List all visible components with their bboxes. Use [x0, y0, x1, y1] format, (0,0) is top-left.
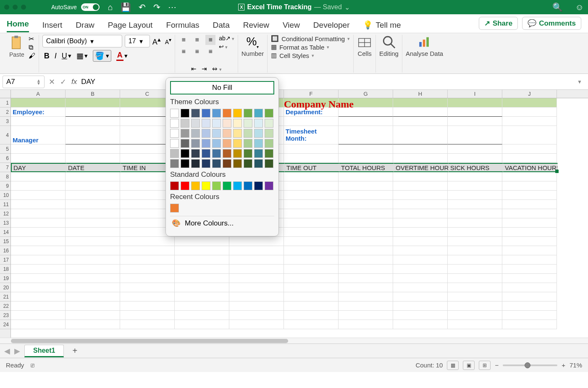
cell[interactable]: [284, 117, 339, 126]
cell[interactable]: [393, 191, 448, 200]
color-swatch[interactable]: [244, 119, 252, 128]
row-header[interactable]: 23: [0, 311, 10, 320]
row-header[interactable]: 11: [0, 200, 10, 209]
cell[interactable]: OVERTIME HOURS: [394, 163, 449, 172]
cell[interactable]: [175, 311, 229, 320]
cell[interactable]: [339, 191, 393, 200]
color-swatch[interactable]: [223, 119, 231, 128]
color-swatch[interactable]: [244, 129, 252, 138]
align-top-icon[interactable]: ≡: [178, 35, 189, 45]
cell[interactable]: [339, 320, 393, 329]
color-swatch[interactable]: [233, 181, 242, 190]
cell[interactable]: [448, 274, 502, 283]
cell[interactable]: [11, 209, 66, 218]
cell[interactable]: [284, 154, 339, 163]
normal-view-icon[interactable]: ▦: [447, 361, 459, 370]
cut-icon[interactable]: ✂: [29, 35, 35, 43]
color-swatch[interactable]: [244, 139, 252, 148]
cell[interactable]: [11, 144, 66, 154]
cell[interactable]: [339, 209, 393, 218]
color-swatch[interactable]: [202, 139, 210, 148]
no-fill-button[interactable]: No Fill: [170, 81, 274, 94]
row-header[interactable]: 7: [0, 163, 10, 172]
color-swatch[interactable]: [223, 109, 231, 118]
color-swatch[interactable]: [265, 139, 273, 148]
cell[interactable]: [229, 320, 284, 329]
accessibility-icon[interactable]: ⎚: [31, 362, 34, 369]
cell[interactable]: [393, 209, 448, 218]
cell[interactable]: [339, 117, 393, 126]
cell[interactable]: [175, 283, 229, 292]
color-swatch[interactable]: [223, 149, 231, 158]
cell[interactable]: [502, 265, 557, 274]
cell[interactable]: [11, 301, 66, 311]
cell[interactable]: [339, 126, 393, 144]
row-header[interactable]: 4: [0, 126, 10, 144]
cell[interactable]: [502, 209, 557, 218]
cell[interactable]: [393, 320, 448, 329]
color-swatch[interactable]: [170, 204, 179, 212]
bold-button[interactable]: B: [44, 52, 50, 60]
cell[interactable]: [339, 154, 393, 163]
color-swatch[interactable]: [170, 119, 179, 128]
align-middle-icon[interactable]: ≡: [192, 35, 202, 45]
color-swatch[interactable]: [254, 109, 263, 118]
font-color-button[interactable]: A▾: [116, 51, 128, 61]
cell[interactable]: Manager: [11, 126, 66, 144]
prev-sheet-icon[interactable]: ◀: [4, 346, 10, 356]
cell[interactable]: [339, 265, 393, 274]
cell[interactable]: [66, 283, 120, 292]
cell[interactable]: [339, 200, 393, 209]
cell[interactable]: [502, 255, 557, 265]
row-header[interactable]: 16: [0, 246, 10, 255]
cell[interactable]: [339, 181, 393, 191]
editing-button[interactable]: Editing: [379, 35, 399, 57]
color-swatch[interactable]: [265, 109, 273, 118]
cell[interactable]: [502, 154, 557, 163]
cell[interactable]: [393, 283, 448, 292]
italic-button[interactable]: I: [55, 52, 57, 60]
cell[interactable]: [11, 172, 66, 181]
color-swatch[interactable]: [170, 139, 179, 148]
cell[interactable]: [11, 320, 66, 329]
color-swatch[interactable]: [181, 109, 189, 118]
cell[interactable]: [393, 172, 448, 181]
color-swatch[interactable]: [181, 159, 189, 168]
col-header[interactable]: F: [284, 90, 339, 98]
cell[interactable]: [339, 228, 393, 237]
cell[interactable]: [11, 154, 66, 163]
underline-button[interactable]: U▾: [62, 52, 71, 60]
cell[interactable]: [11, 255, 66, 265]
cell[interactable]: [339, 311, 393, 320]
cell[interactable]: VACATION HOURS: [503, 163, 558, 172]
color-swatch[interactable]: [202, 129, 210, 138]
analyse-data-button[interactable]: Analyse Data: [406, 35, 443, 57]
cell[interactable]: TIME OUT: [285, 163, 339, 172]
format-table-button[interactable]: ▦Format as Table: [271, 43, 350, 51]
row-header[interactable]: 18: [0, 265, 10, 274]
row-header[interactable]: 20: [0, 283, 10, 292]
cell[interactable]: [339, 246, 393, 255]
cell[interactable]: [448, 117, 502, 126]
cell[interactable]: [502, 218, 557, 228]
cell[interactable]: [66, 191, 120, 200]
cell-styles-button[interactable]: ▥Cell Styles: [271, 52, 350, 59]
color-swatch[interactable]: [233, 129, 242, 138]
cell[interactable]: [120, 320, 175, 329]
select-all-corner[interactable]: [0, 90, 11, 98]
cell[interactable]: [448, 209, 502, 218]
color-swatch[interactable]: [191, 119, 200, 128]
cell[interactable]: [284, 209, 339, 218]
cell[interactable]: [66, 117, 120, 126]
cell[interactable]: [393, 274, 448, 283]
color-swatch[interactable]: [223, 181, 231, 190]
cell[interactable]: [393, 181, 448, 191]
row-header[interactable]: 17: [0, 255, 10, 265]
cell[interactable]: [66, 172, 120, 181]
cell[interactable]: [66, 107, 120, 117]
cell[interactable]: [11, 283, 66, 292]
cell[interactable]: [66, 246, 120, 255]
decrease-font-icon[interactable]: A▾: [165, 37, 171, 45]
cell[interactable]: [393, 255, 448, 265]
zoom-in-icon[interactable]: +: [562, 362, 565, 369]
